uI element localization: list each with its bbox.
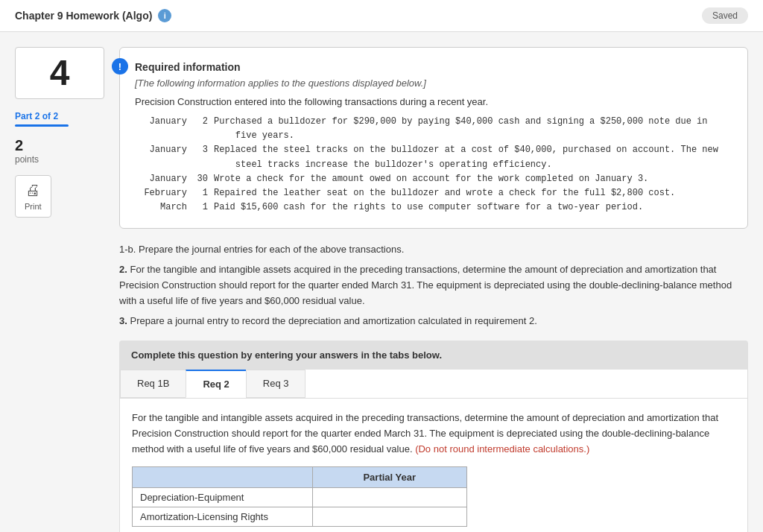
part-total: of 2 — [42, 111, 58, 121]
info-icon[interactable]: i — [158, 9, 171, 22]
table-row: March 1 Paid $15,600 cash for the rights… — [142, 200, 732, 215]
row-label-amortization: Amortization-Licensing Rights — [133, 507, 313, 526]
question-2: 2. For the tangible and intangible asset… — [119, 262, 748, 308]
tx-month: March — [142, 200, 187, 215]
print-label: Print — [25, 202, 42, 211]
saved-badge: Saved — [702, 7, 748, 24]
info-box: ! Required information [The following in… — [119, 47, 748, 229]
printer-icon: 🖨 — [25, 182, 40, 199]
tx-day: 1 — [193, 186, 208, 200]
print-button[interactable]: 🖨 Print — [15, 175, 51, 218]
row-label-depreciation: Depreciation-Equipment — [133, 487, 313, 507]
row-value-depreciation[interactable] — [312, 487, 466, 507]
question-number-box: 4 — [15, 47, 104, 99]
tab-description: For the tangible and intangible assets a… — [132, 411, 735, 457]
table-row: Depreciation-Equipment — [133, 487, 467, 507]
tabs-section: Req 1B Req 2 Req 3 For the tangible and … — [119, 370, 748, 532]
table-row: January 3 Replaced the steel tracks on t… — [142, 143, 732, 171]
tx-desc: Replaced the steel tracks on the bulldoz… — [214, 143, 732, 171]
table-row: January 30 Wrote a check for the amount … — [142, 172, 732, 186]
questions-section: 1-b. Prepare the journal entries for eac… — [119, 242, 748, 329]
col-header-label — [133, 466, 313, 487]
table-row: February 1 Repaired the leather seat on … — [142, 186, 732, 200]
tab-content-req2: For the tangible and intangible assets a… — [120, 399, 747, 532]
tx-day: 3 — [193, 143, 208, 171]
tab-red-note: (Do not round intermediate calculations.… — [415, 443, 589, 455]
tx-month: January — [142, 143, 187, 171]
info-heading: Required information — [135, 61, 732, 73]
tab-req1b[interactable]: Req 1B — [120, 370, 186, 398]
depreciation-input[interactable] — [320, 492, 459, 503]
row-value-amortization[interactable] — [312, 507, 466, 526]
answer-table-wrapper: Partial Year Depreciation-Equipment — [132, 466, 735, 527]
tx-day: 2 — [193, 115, 208, 143]
sidebar: 4 Part 2 of 2 2 points 🖨 Print — [15, 47, 104, 532]
q2-prefix: 2. — [119, 264, 127, 275]
tabs-row: Req 1B Req 2 Req 3 — [120, 370, 747, 399]
points-label: points — [15, 154, 104, 165]
info-subtitle: [The following information applies to th… — [135, 77, 732, 89]
part-underline — [15, 124, 69, 127]
question-1b: 1-b. Prepare the journal entries for eac… — [119, 242, 748, 258]
part-label: Part 2 of 2 — [15, 111, 104, 121]
content-area: ! Required information [The following in… — [119, 47, 748, 532]
part-text: Part — [15, 111, 32, 121]
tx-day: 1 — [193, 200, 208, 215]
info-intro: Precision Construction entered into the … — [135, 96, 732, 107]
part-current: 2 — [35, 111, 40, 121]
tab-req3[interactable]: Req 3 — [246, 370, 306, 398]
answer-table: Partial Year Depreciation-Equipment — [132, 466, 467, 527]
tab-req2-label: Req 2 — [203, 379, 229, 390]
tx-month: January — [142, 115, 187, 143]
amortization-input[interactable] — [320, 511, 459, 522]
title-text: Chapter 9 Homework (Algo) — [15, 10, 152, 22]
points-value: 2 — [15, 137, 104, 154]
tx-month: January — [142, 172, 187, 186]
table-row: January 2 Purchased a bulldozer for $290… — [142, 115, 732, 143]
top-bar: Chapter 9 Homework (Algo) i Saved — [0, 0, 763, 32]
transactions-table: January 2 Purchased a bulldozer for $290… — [135, 115, 732, 215]
tx-desc: Paid $15,600 cash for the rights to use … — [214, 200, 732, 215]
tx-desc: Repaired the leather seat on the bulldoz… — [214, 186, 732, 200]
complete-section: Complete this question by entering your … — [119, 341, 748, 532]
tab-req1b-label: Req 1B — [137, 378, 169, 389]
page-title: Chapter 9 Homework (Algo) i — [15, 9, 171, 22]
main-layout: 4 Part 2 of 2 2 points 🖨 Print ! Require… — [0, 32, 763, 532]
exclamation-icon: ! — [112, 58, 128, 75]
question-3: 3. Prepare a journal entry to record the… — [119, 314, 748, 329]
table-row: Amortization-Licensing Rights — [133, 507, 467, 526]
tab-req3-label: Req 3 — [263, 378, 289, 389]
tx-desc: Wrote a check for the amount owed on acc… — [214, 172, 732, 186]
q3-text: Prepare a journal entry to record the de… — [130, 315, 536, 326]
question-number: 4 — [23, 55, 96, 91]
tx-desc: Purchased a bulldozer for $290,000 by pa… — [214, 115, 732, 143]
col-header-partial-year: Partial Year — [312, 466, 466, 487]
tx-month: February — [142, 186, 187, 200]
tx-day: 30 — [193, 172, 208, 186]
q3-prefix: 3. — [119, 315, 127, 326]
complete-banner: Complete this question by entering your … — [119, 341, 748, 370]
q2-text: For the tangible and intangible assets a… — [119, 264, 732, 306]
tab-req2[interactable]: Req 2 — [186, 370, 246, 398]
